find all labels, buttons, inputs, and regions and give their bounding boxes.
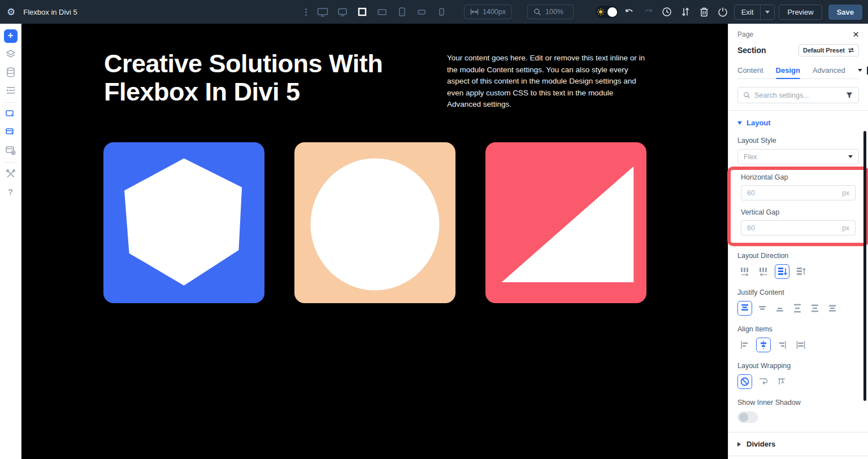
- width-arrows-icon: [470, 8, 479, 15]
- direction-column-reverse-icon[interactable]: [793, 264, 808, 279]
- align-center-icon[interactable]: [756, 338, 771, 352]
- align-flex-end-icon[interactable]: [775, 338, 789, 352]
- hero-heading[interactable]: Creative Solutions With Flexbox In Divi …: [104, 50, 420, 106]
- canvas-zoom-input[interactable]: 100%: [527, 5, 574, 19]
- filter-funnel-icon[interactable]: [845, 91, 853, 99]
- settings-search: [737, 87, 859, 103]
- circle-shape: [294, 142, 455, 303]
- layout-style-value: Flex: [744, 153, 757, 161]
- add-module-button[interactable]: +: [4, 29, 18, 43]
- align-flex-start-icon[interactable]: [737, 338, 752, 352]
- justify-content-label: Justify Content: [737, 288, 859, 296]
- card-circle[interactable]: [294, 142, 455, 303]
- chevron-right-icon: [737, 442, 741, 447]
- canvas-width-input[interactable]: 1400px: [464, 5, 512, 19]
- breakpoint-tablet-landscape-icon[interactable]: [375, 5, 389, 19]
- justify-flex-end-icon[interactable]: [772, 301, 787, 316]
- card-triangle[interactable]: [485, 142, 646, 303]
- wrap-icon[interactable]: [756, 374, 771, 389]
- gap-fields-highlight: Horizontal Gap px Vertical Gap px: [727, 167, 868, 246]
- toggle-knob: [739, 413, 748, 422]
- horizontal-gap-label: Horizontal Gap: [741, 173, 856, 181]
- select-module-pointer-icon[interactable]: [4, 107, 18, 121]
- hero-body-text[interactable]: Your content goes here. Edit or remove t…: [447, 53, 646, 111]
- vertical-gap-field: px: [741, 220, 856, 235]
- breakpoint-phone-portrait-icon[interactable]: [434, 5, 449, 19]
- justify-space-around-icon[interactable]: [808, 301, 822, 316]
- layout-wrapping-label: Layout Wrapping: [737, 362, 859, 370]
- preset-swap-icon: [848, 47, 854, 53]
- exit-split-button[interactable]: Exit: [734, 5, 775, 20]
- tab-design[interactable]: Design: [776, 62, 800, 78]
- exit-dropdown-caret[interactable]: [760, 5, 774, 19]
- redo-icon[interactable]: [641, 5, 656, 19]
- history-clock-icon[interactable]: [659, 5, 674, 19]
- align-stretch-icon[interactable]: [793, 338, 808, 352]
- wrap-reverse-icon[interactable]: [775, 374, 789, 389]
- justify-space-evenly-icon[interactable]: [825, 301, 840, 316]
- show-inner-shadow-toggle[interactable]: [737, 412, 758, 423]
- light-dark-mode-toggle[interactable]: [596, 6, 618, 18]
- canvas-width-value: 1400px: [483, 8, 506, 16]
- page-title: Flexbox in Divi 5: [23, 8, 77, 16]
- layout-style-select[interactable]: Flex: [737, 149, 859, 164]
- undo-icon[interactable]: [622, 5, 637, 19]
- settings-tabs: Content Design Advanced: [737, 62, 859, 79]
- wrap-none-icon[interactable]: [737, 374, 752, 389]
- horizontal-gap-unit: px: [842, 189, 849, 197]
- vertical-gap-input[interactable]: [747, 224, 842, 232]
- justify-content-options: [737, 301, 859, 316]
- align-items-label: Align Items: [737, 325, 859, 333]
- breadcrumb[interactable]: Page: [737, 30, 753, 38]
- save-button[interactable]: Save: [828, 5, 862, 20]
- show-inner-shadow-label: Show Inner Shadow: [737, 399, 859, 406]
- builder-left-sidebar: + ?: [0, 24, 21, 459]
- layout-group-header[interactable]: Layout: [737, 119, 859, 127]
- dividers-group-title: Dividers: [747, 440, 775, 448]
- sort-layers-icon[interactable]: [678, 5, 693, 19]
- layout-settings-icon[interactable]: [4, 143, 18, 157]
- card-hexagon[interactable]: [103, 142, 264, 303]
- direction-row-icon[interactable]: [737, 264, 752, 279]
- layout-style-label: Layout Style: [737, 137, 859, 145]
- breakpoint-desktop-icon[interactable]: [335, 5, 350, 19]
- justify-flex-start-icon[interactable]: [737, 301, 752, 316]
- page-settings-gear-icon[interactable]: ⚙: [7, 7, 15, 17]
- breakpoint-phone-landscape-icon[interactable]: [414, 5, 429, 19]
- preview-button[interactable]: Preview: [779, 5, 822, 20]
- default-preset-button[interactable]: Default Preset: [798, 44, 859, 56]
- search-input[interactable]: [754, 91, 841, 99]
- layout-group-title: Layout: [747, 119, 771, 127]
- element-title: Section: [737, 46, 766, 55]
- tab-content[interactable]: Content: [737, 62, 763, 78]
- builder-canvas[interactable]: Creative Solutions With Flexbox In Divi …: [21, 24, 728, 459]
- breakpoint-tablet-portrait-icon[interactable]: [394, 5, 409, 19]
- exit-button-label[interactable]: Exit: [735, 8, 761, 16]
- panel-scrollbar[interactable]: [863, 131, 866, 401]
- justify-space-between-icon[interactable]: [790, 301, 805, 316]
- zoom-magnifier-icon: [533, 8, 541, 16]
- direction-column-icon[interactable]: [775, 264, 789, 279]
- sidebar-divider: [5, 102, 17, 103]
- tools-icon[interactable]: [4, 167, 18, 181]
- breakpoint-desktop-large-icon[interactable]: [315, 5, 330, 19]
- wireframe-list-icon[interactable]: [4, 84, 18, 97]
- help-icon[interactable]: ?: [4, 185, 18, 199]
- database-icon[interactable]: [4, 65, 18, 79]
- chevron-down-icon: [848, 155, 853, 158]
- justify-center-icon[interactable]: [755, 301, 770, 316]
- sizing-group-header[interactable]: Sizing: [737, 456, 859, 459]
- tab-advanced[interactable]: Advanced: [813, 62, 845, 78]
- more-options-icon[interactable]: [305, 8, 307, 16]
- vertical-gap-unit: px: [842, 224, 849, 232]
- trash-icon[interactable]: [697, 5, 711, 19]
- dividers-group-header[interactable]: Dividers: [737, 432, 859, 456]
- insert-module-pointer-icon[interactable]: [4, 125, 18, 139]
- breakpoint-current-active-icon[interactable]: [355, 5, 370, 19]
- close-icon[interactable]: ×: [853, 30, 859, 38]
- tabs-chevron-down-icon[interactable]: [858, 69, 862, 72]
- power-exit-builder-icon[interactable]: [715, 5, 730, 19]
- layers-icon[interactable]: [4, 47, 18, 61]
- direction-row-reverse-icon[interactable]: [756, 264, 771, 279]
- horizontal-gap-input[interactable]: [747, 189, 842, 197]
